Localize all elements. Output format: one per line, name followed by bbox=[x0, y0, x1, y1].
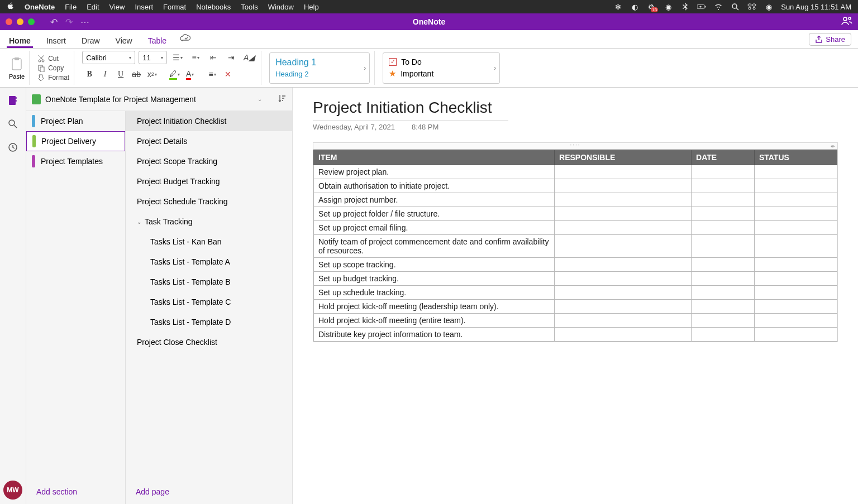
table-row[interactable]: Set up project folder / file structure. bbox=[314, 207, 837, 221]
wifi-icon[interactable] bbox=[714, 2, 723, 11]
indent-button[interactable]: ⇥ bbox=[224, 51, 239, 64]
page-item[interactable]: Tasks List - Template D bbox=[126, 312, 292, 332]
numbering-button[interactable]: ≡▾ bbox=[188, 51, 203, 64]
siri-icon[interactable]: ◉ bbox=[764, 2, 773, 11]
page-content[interactable]: Project Initiation Checklist Wednesday, … bbox=[293, 88, 858, 504]
table-cell[interactable] bbox=[754, 258, 837, 272]
bold-button[interactable]: B bbox=[82, 68, 97, 81]
copy-button[interactable]: Copy bbox=[37, 64, 69, 72]
styles-expand-icon[interactable]: › bbox=[364, 64, 366, 72]
font-size-select[interactable]: 11▾ bbox=[139, 51, 167, 64]
table-cell[interactable]: Distribute key project information to te… bbox=[314, 328, 555, 342]
cut-button[interactable]: Cut bbox=[37, 55, 69, 63]
table-cell[interactable] bbox=[555, 314, 692, 328]
page-item[interactable]: Project Initiation Checklist bbox=[126, 111, 292, 131]
font-color-button[interactable]: A▾ bbox=[183, 68, 197, 81]
status-icon-3[interactable]: ⚙13 bbox=[647, 2, 656, 11]
font-name-select[interactable]: Calibri▾ bbox=[82, 51, 135, 64]
table-cell[interactable] bbox=[692, 193, 755, 207]
table-cell[interactable] bbox=[754, 328, 837, 342]
style-heading2[interactable]: Heading 2 bbox=[275, 69, 364, 79]
table-cell[interactable] bbox=[754, 165, 837, 179]
search-nav-icon[interactable] bbox=[7, 118, 19, 130]
table-cell[interactable] bbox=[754, 221, 837, 235]
table-cell[interactable] bbox=[692, 221, 755, 235]
table-header-cell[interactable]: DATE bbox=[692, 150, 755, 165]
notebooks-icon[interactable] bbox=[7, 94, 19, 107]
table-row[interactable]: Set up budget tracking. bbox=[314, 272, 837, 286]
table-cell[interactable] bbox=[555, 235, 692, 258]
outdent-button[interactable]: ⇤ bbox=[206, 51, 221, 64]
menu-insert[interactable]: Insert bbox=[135, 3, 153, 11]
minimize-window-button[interactable] bbox=[17, 18, 23, 25]
table-cell[interactable]: Hold project kick-off meeting (entire te… bbox=[314, 314, 555, 328]
note-container[interactable]: ⇹ ITEMRESPONSIBLEDATESTATUS Review proje… bbox=[313, 142, 838, 342]
tag-todo[interactable]: ✓To Do bbox=[389, 56, 494, 68]
battery-icon[interactable] bbox=[697, 2, 706, 11]
table-cell[interactable] bbox=[754, 286, 837, 300]
table-cell[interactable] bbox=[555, 286, 692, 300]
table-row[interactable]: Review project plan. bbox=[314, 165, 837, 179]
expand-caret-icon[interactable]: ⌄ bbox=[137, 219, 141, 225]
strikethrough-button[interactable]: ab bbox=[129, 68, 144, 81]
table-cell[interactable] bbox=[555, 221, 692, 235]
table-cell[interactable] bbox=[754, 207, 837, 221]
recent-icon[interactable] bbox=[7, 141, 19, 153]
table-cell[interactable]: Set up project email filing. bbox=[314, 221, 555, 235]
table-cell[interactable] bbox=[692, 165, 755, 179]
apple-icon[interactable] bbox=[7, 2, 15, 12]
table-row[interactable]: Set up schedule tracking. bbox=[314, 286, 837, 300]
sync-status-icon[interactable] bbox=[180, 33, 191, 45]
table-cell[interactable]: Hold project kick-off meeting (leadershi… bbox=[314, 300, 555, 314]
table-cell[interactable] bbox=[754, 179, 837, 193]
redo-button[interactable]: ↷ bbox=[65, 17, 73, 27]
menu-help[interactable]: Help bbox=[304, 3, 319, 11]
share-button[interactable]: Share bbox=[809, 33, 851, 46]
bullets-button[interactable]: ☰▾ bbox=[170, 51, 185, 64]
page-item[interactable]: Project Close Checklist bbox=[126, 332, 292, 352]
close-window-button[interactable] bbox=[6, 18, 12, 25]
control-center-icon[interactable] bbox=[747, 2, 756, 11]
checklist-table[interactable]: ITEMRESPONSIBLEDATESTATUS Review project… bbox=[313, 150, 837, 342]
status-icon-2[interactable]: ◐ bbox=[630, 2, 639, 11]
table-cell[interactable] bbox=[754, 300, 837, 314]
table-cell[interactable]: Set up scope tracking. bbox=[314, 258, 555, 272]
delete-button[interactable]: ✕ bbox=[221, 68, 235, 81]
table-cell[interactable] bbox=[754, 235, 837, 258]
table-row[interactable]: Assign project number. bbox=[314, 193, 837, 207]
table-cell[interactable] bbox=[692, 314, 755, 328]
record-icon[interactable]: ◉ bbox=[664, 2, 673, 11]
table-cell[interactable] bbox=[692, 286, 755, 300]
sort-pages-icon[interactable] bbox=[278, 94, 287, 104]
table-cell[interactable] bbox=[555, 193, 692, 207]
align-button[interactable]: ≡▾ bbox=[205, 68, 220, 81]
highlight-button[interactable]: 🖊▾ bbox=[167, 68, 182, 81]
table-row[interactable]: Hold project kick-off meeting (leadershi… bbox=[314, 300, 837, 314]
table-cell[interactable] bbox=[692, 207, 755, 221]
add-section-button[interactable]: Add section bbox=[26, 479, 125, 504]
table-cell[interactable]: Obtain authorisation to initiate project… bbox=[314, 179, 555, 193]
collab-icon[interactable] bbox=[841, 16, 852, 28]
page-item[interactable]: Project Scope Tracking bbox=[126, 151, 292, 171]
maximize-window-button[interactable] bbox=[28, 18, 35, 25]
notebook-dropdown-icon[interactable]: ⌄ bbox=[258, 96, 262, 102]
page-title[interactable]: Project Initiation Checklist bbox=[313, 99, 838, 118]
menu-edit[interactable]: Edit bbox=[87, 3, 99, 11]
page-item[interactable]: ⌄Task Tracking bbox=[126, 212, 292, 232]
table-cell[interactable]: Set up project folder / file structure. bbox=[314, 207, 555, 221]
underline-button[interactable]: U bbox=[113, 68, 128, 81]
table-cell[interactable]: Assign project number. bbox=[314, 193, 555, 207]
search-icon[interactable] bbox=[731, 2, 740, 11]
resize-handle-icon[interactable]: ⇹ bbox=[831, 143, 835, 149]
table-header-cell[interactable]: RESPONSIBLE bbox=[555, 150, 692, 165]
tab-insert[interactable]: Insert bbox=[44, 33, 68, 48]
table-cell[interactable]: Notify team of project commencement date… bbox=[314, 235, 555, 258]
table-row[interactable]: Set up project email filing. bbox=[314, 221, 837, 235]
table-cell[interactable] bbox=[555, 207, 692, 221]
table-cell[interactable] bbox=[692, 258, 755, 272]
tag-important[interactable]: ★Important bbox=[389, 68, 494, 80]
app-name[interactable]: OneNote bbox=[25, 3, 55, 11]
tags-expand-icon[interactable]: › bbox=[494, 64, 496, 72]
table-header-cell[interactable]: ITEM bbox=[314, 150, 555, 165]
table-row[interactable]: Notify team of project commencement date… bbox=[314, 235, 837, 258]
